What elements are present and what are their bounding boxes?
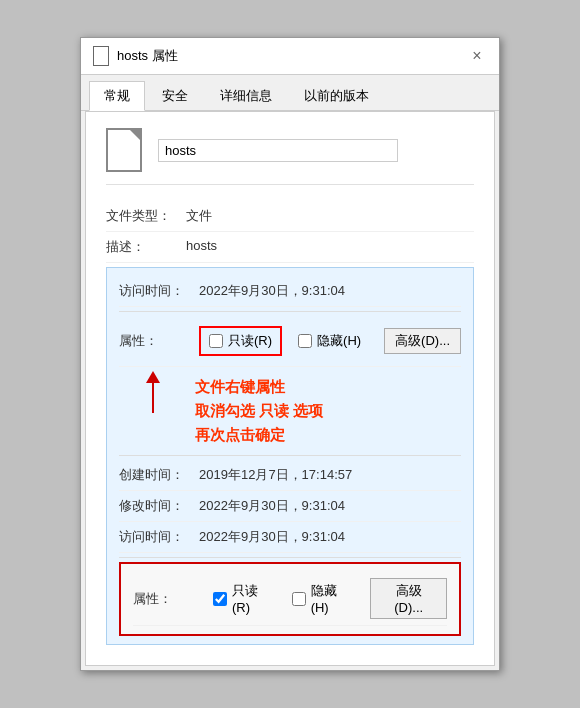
advanced-button-bottom[interactable]: 高级(D)... [370, 578, 447, 619]
access2-value: 2022年9月30日，9:31:04 [199, 528, 345, 546]
attr-row-bottom: 属性： 只读(R) 隐藏(H) 高级(D)... [133, 572, 447, 626]
readonly-annotation-box: 只读(R) [199, 326, 282, 356]
hidden-checkbox-bottom[interactable] [292, 592, 306, 606]
tab-details[interactable]: 详细信息 [205, 81, 287, 110]
file-name-input[interactable] [158, 139, 398, 162]
readonly-label-top[interactable]: 只读(R) [228, 332, 272, 350]
modify-row: 修改时间： 2022年9月30日，9:31:04 [119, 491, 461, 522]
highlighted-section: 访问时间： 2022年9月30日，9:31:04 属性： 只读(R) [106, 267, 474, 645]
annotation-text: 文件右键属性 取消勾选 只读 选项 再次点击确定 [187, 371, 331, 451]
modify-label: 修改时间： [119, 497, 199, 515]
tab-general[interactable]: 常规 [89, 81, 145, 111]
arrow-area [119, 371, 187, 413]
attr-row-top: 属性： 只读(R) 隐藏(H) 高级(D)... [119, 316, 461, 367]
properties-window: hosts 属性 × 常规 安全 详细信息 以前的版本 文件类型： 文件 描述：… [80, 37, 500, 671]
divider-3 [119, 557, 461, 558]
arrow-head [146, 371, 160, 383]
access-label: 访问时间： [119, 282, 199, 300]
access-row: 访问时间： 2022年9月30日，9:31:04 [119, 276, 461, 307]
divider-2 [119, 455, 461, 456]
close-button[interactable]: × [467, 46, 487, 66]
desc-value: hosts [186, 238, 217, 253]
access2-row: 访问时间： 2022年9月30日，9:31:04 [119, 522, 461, 553]
annotation-area: 文件右键属性 取消勾选 只读 选项 再次点击确定 [119, 371, 461, 451]
file-type-row: 文件类型： 文件 [106, 201, 474, 232]
big-file-icon [106, 128, 142, 172]
divider-1 [119, 311, 461, 312]
readonly-checkbox-item-bottom: 只读(R) [213, 582, 276, 615]
create-label: 创建时间： [119, 466, 199, 484]
attr-label-top: 属性： [119, 332, 199, 350]
title-bar-left: hosts 属性 [93, 46, 178, 66]
create-row: 创建时间： 2019年12月7日，17:14:57 [119, 460, 461, 491]
tab-previous-versions[interactable]: 以前的版本 [289, 81, 384, 110]
tab-content: 文件类型： 文件 描述： hosts 访问时间： 2022年9月30日，9:31… [85, 111, 495, 666]
window-title: hosts 属性 [117, 47, 178, 65]
hidden-checkbox-item-bottom: 隐藏(H) [292, 582, 355, 615]
readonly-checkbox-top[interactable] [209, 334, 223, 348]
hidden-label-bottom[interactable]: 隐藏(H) [311, 582, 355, 615]
readonly-label-bottom[interactable]: 只读(R) [232, 582, 276, 615]
file-type-label: 文件类型： [106, 207, 186, 225]
modify-value: 2022年9月30日，9:31:04 [199, 497, 345, 515]
arrow-shaft [152, 383, 154, 413]
advanced-button-top[interactable]: 高级(D)... [384, 328, 461, 354]
hidden-label-top[interactable]: 隐藏(H) [317, 332, 361, 350]
attr-label-bottom: 属性： [133, 590, 213, 608]
create-value: 2019年12月7日，17:14:57 [199, 466, 352, 484]
file-type-value: 文件 [186, 207, 212, 225]
hidden-checkbox-top[interactable] [298, 334, 312, 348]
title-bar: hosts 属性 × [81, 38, 499, 75]
tab-bar: 常规 安全 详细信息 以前的版本 [81, 75, 499, 111]
desc-row: 描述： hosts [106, 232, 474, 263]
access2-label: 访问时间： [119, 528, 199, 546]
title-file-icon [93, 46, 109, 66]
bottom-attributes-section: 属性： 只读(R) 隐藏(H) 高级(D)... [119, 562, 461, 636]
tab-security[interactable]: 安全 [147, 81, 203, 110]
file-header [106, 128, 474, 185]
desc-label: 描述： [106, 238, 186, 256]
access-value: 2022年9月30日，9:31:04 [199, 282, 345, 300]
readonly-checkbox-bottom[interactable] [213, 592, 227, 606]
hidden-checkbox-item-top: 隐藏(H) [298, 332, 361, 350]
readonly-checkbox-item: 只读(R) [209, 332, 272, 350]
